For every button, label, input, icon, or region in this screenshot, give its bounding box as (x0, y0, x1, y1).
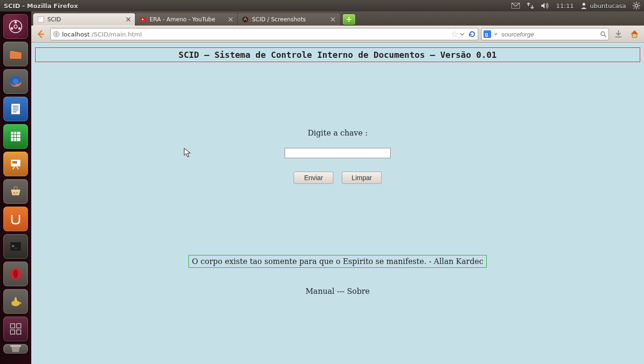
search-input[interactable] (501, 30, 597, 38)
terminal-icon[interactable]: >_ (3, 234, 28, 259)
sound-icon[interactable] (541, 2, 549, 9)
ubuntu-one-icon[interactable] (3, 207, 28, 231)
bookmark-star-icon[interactable] (451, 31, 458, 37)
back-button[interactable] (34, 27, 47, 41)
svg-line-55 (604, 35, 606, 37)
youtube-favicon-icon (139, 16, 147, 23)
svg-rect-23 (11, 132, 20, 141)
svg-point-38 (13, 270, 18, 278)
url-path: /SCID/main.html (91, 31, 142, 38)
opera-icon[interactable] (3, 262, 28, 286)
svg-text:>_: >_ (12, 244, 17, 248)
files-icon[interactable] (3, 42, 28, 66)
google-icon: g (483, 30, 491, 38)
page-banner: SCID — Sistema de Controle Interno de Do… (35, 47, 640, 62)
reload-icon[interactable] (468, 30, 476, 38)
home-icon[interactable] (628, 27, 641, 41)
svg-point-13 (18, 27, 21, 30)
user-menu[interactable]: ubuntucasa (581, 2, 626, 9)
gnome-top-panel: SCID - Mozilla Firefox 11:11 ubuntucasa (0, 0, 644, 11)
page-favicon-icon (53, 30, 60, 38)
svg-rect-29 (12, 161, 17, 164)
about-link[interactable]: Sobre (347, 287, 370, 296)
svg-point-33 (17, 192, 18, 194)
downloads-icon[interactable] (612, 27, 625, 41)
quote-box: O corpo existe tao somente para que o Es… (188, 255, 486, 268)
svg-rect-18 (11, 104, 20, 114)
search-bar[interactable]: g (481, 28, 609, 40)
svg-rect-47 (38, 17, 44, 22)
dropdown-icon[interactable] (460, 32, 465, 36)
svg-rect-44 (10, 330, 15, 334)
search-engine-dropdown-icon[interactable] (494, 32, 498, 36)
svg-point-15 (14, 25, 18, 28)
svg-line-7 (634, 3, 635, 4)
trash-icon[interactable] (3, 344, 28, 354)
svg-point-1 (582, 3, 585, 6)
unity-launcher: >_ (0, 11, 31, 364)
dash-icon[interactable] (3, 14, 28, 39)
tab-label: ERA - Ameno - YouTube (150, 16, 224, 23)
svg-point-12 (15, 21, 17, 24)
tab-youtube[interactable]: ERA - Ameno - YouTube (135, 13, 238, 26)
firefox-window: SCID ERA - Ameno - YouTube SCID / Screen… (31, 11, 644, 364)
tab-label: SCID / Screenshots (252, 16, 327, 23)
tab-label: SCID (47, 16, 122, 23)
svg-rect-46 (10, 345, 21, 346)
clear-button[interactable]: Limpar (342, 172, 382, 184)
tab-bar: SCID ERA - Ameno - YouTube SCID / Screen… (31, 11, 644, 26)
svg-point-39 (11, 300, 20, 306)
tab-close-icon[interactable] (125, 16, 132, 23)
network-icon[interactable] (527, 2, 534, 9)
generic-favicon-icon (37, 16, 45, 23)
submit-button[interactable]: Enviar (294, 172, 333, 184)
svg-line-8 (638, 8, 639, 9)
svg-point-54 (601, 32, 605, 36)
svg-line-31 (17, 166, 18, 169)
tab-close-icon[interactable] (330, 16, 336, 23)
page-viewport: SCID — Sistema de Controle Interno de Do… (31, 43, 644, 364)
key-input[interactable] (285, 148, 391, 158)
tab-scid[interactable]: SCID (33, 13, 135, 26)
svg-rect-43 (17, 324, 21, 328)
nav-toolbar: localhost/SCID/main.html g (31, 26, 644, 43)
system-indicators: 11:11 ubuntucasa (511, 2, 640, 9)
svg-text:g: g (485, 31, 488, 37)
url-host: localhost (62, 31, 89, 38)
svg-point-32 (14, 192, 15, 194)
manual-link[interactable]: Manual (305, 287, 334, 296)
calc-icon[interactable] (3, 124, 28, 149)
svg-point-34 (15, 194, 17, 195)
svg-point-2 (635, 4, 638, 7)
workspace-switcher-icon[interactable] (3, 317, 28, 341)
tab-close-icon[interactable] (227, 16, 234, 23)
svg-point-17 (13, 79, 18, 84)
key-label: Digite a chave : (35, 128, 640, 137)
writer-icon[interactable] (3, 97, 28, 121)
clock[interactable]: 11:11 (556, 2, 573, 9)
tab-screenshots[interactable]: SCID / Screenshots (237, 13, 340, 26)
svg-point-41 (15, 297, 17, 299)
sf-favicon-icon (242, 16, 249, 23)
impress-icon[interactable] (3, 152, 28, 176)
svg-point-14 (11, 27, 13, 30)
new-tab-button[interactable] (343, 14, 355, 25)
footer-links: Manual --- Sobre (35, 287, 640, 296)
window-title: SCID - Mozilla Firefox (4, 2, 78, 9)
svg-line-30 (13, 166, 15, 169)
url-bar[interactable]: localhost/SCID/main.html (50, 28, 478, 40)
teapot-icon[interactable] (3, 289, 28, 314)
mail-icon[interactable] (511, 3, 520, 9)
svg-line-10 (638, 3, 639, 4)
user-icon (581, 2, 587, 9)
svg-rect-45 (17, 330, 21, 334)
software-center-icon[interactable] (3, 179, 28, 204)
svg-line-9 (634, 8, 635, 9)
svg-rect-42 (10, 324, 15, 328)
system-gear-icon[interactable] (633, 2, 640, 9)
username: ubuntucasa (590, 2, 626, 9)
footer-separator: --- (334, 287, 347, 296)
firefox-launcher-icon[interactable] (3, 69, 28, 94)
search-go-icon[interactable] (600, 31, 607, 37)
